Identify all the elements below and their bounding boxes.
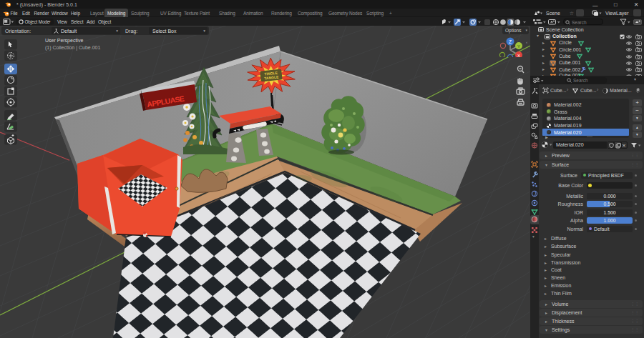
svg-text:Z: Z xyxy=(509,39,512,44)
svg-text:Y: Y xyxy=(517,44,520,49)
svg-text:X: X xyxy=(517,54,520,58)
